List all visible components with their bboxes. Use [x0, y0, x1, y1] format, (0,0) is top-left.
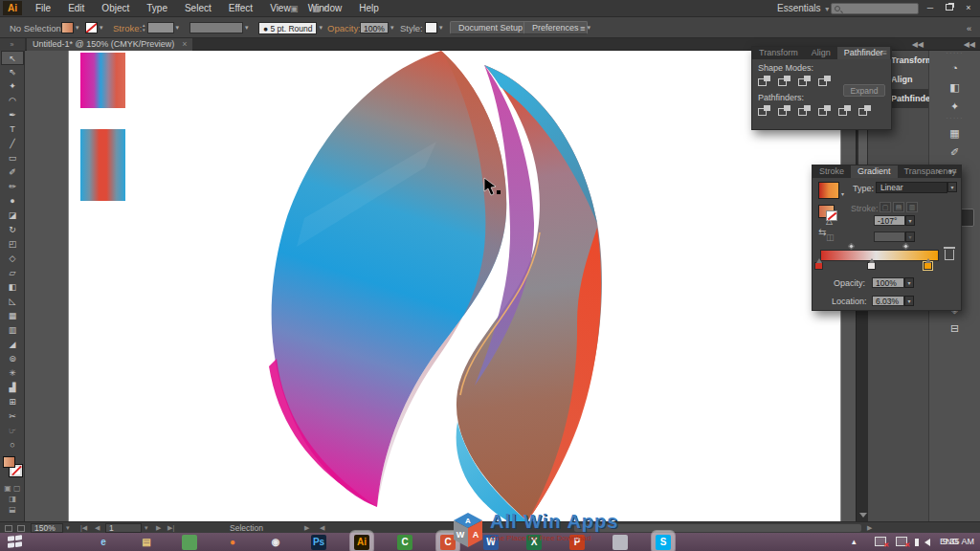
opacity-label[interactable]: Opacity:: [327, 23, 361, 33]
tool-symbol-sprayer[interactable]: ✳: [1, 366, 24, 381]
status-icon-2[interactable]: [17, 525, 25, 532]
dock-icon-color[interactable]: ◔: [936, 59, 974, 77]
fill-proxy[interactable]: [3, 456, 15, 468]
shape-mode-intersect[interactable]: [798, 76, 811, 86]
pathfinder-op-minus-back[interactable]: [858, 105, 871, 116]
volume-icon[interactable]: [924, 539, 930, 546]
menu-type[interactable]: Type: [138, 0, 176, 17]
tool-pencil[interactable]: ✏: [1, 180, 24, 194]
gradient-midpoint-mid-2[interactable]: [902, 243, 909, 250]
chevron-down-icon[interactable]: ▾: [245, 24, 249, 32]
gradient-stop-red[interactable]: [814, 262, 823, 270]
dock-icon-brushes[interactable]: ✐: [936, 143, 974, 162]
tool-pen[interactable]: ✒: [1, 108, 24, 122]
pathfinder-op-divide[interactable]: [758, 105, 770, 116]
bridge-icon[interactable]: ▣: [290, 2, 299, 15]
chevron-down-icon[interactable]: ▾: [319, 24, 323, 32]
collapse-control-icon[interactable]: «: [967, 23, 971, 33]
chevron-down-icon[interactable]: ▾: [904, 296, 914, 306]
taskbar-app-photoshop[interactable]: Ps: [311, 535, 326, 550]
tool-eraser[interactable]: ◪: [1, 209, 24, 223]
document-setup-button[interactable]: Document Setup: [450, 21, 531, 34]
tool-magic-wand[interactable]: ✦: [1, 79, 24, 94]
document-tab[interactable]: Untitled-1* @ 150% (CMYK/Preview) ×: [27, 38, 192, 51]
tool-artboard[interactable]: ⊞: [1, 395, 24, 409]
close-button[interactable]: ×: [959, 1, 978, 14]
taskbar-app-skype[interactable]: S: [656, 535, 671, 550]
dock-icon-color-guide[interactable]: ◧: [936, 78, 974, 97]
gradient-midpoint-mid-1[interactable]: [848, 243, 855, 250]
stroke-weight-label[interactable]: Stroke:: [113, 23, 142, 33]
panel-menu-icon[interactable]: ▾≡: [945, 165, 961, 178]
style-swatch[interactable]: [425, 22, 437, 33]
angle-field[interactable]: -107°: [874, 215, 905, 226]
stroke-gradient-within[interactable]: ▢: [880, 202, 891, 212]
panel-menu-icon[interactable]: ▾≡: [875, 47, 891, 59]
tool-eyedropper[interactable]: ◢: [1, 338, 24, 352]
taskbar-app-chrome[interactable]: ◉: [268, 535, 283, 550]
menu-file[interactable]: File: [27, 0, 59, 17]
tool-slice[interactable]: ✂: [1, 409, 24, 424]
panel-tab-stroke[interactable]: Stroke: [813, 165, 851, 178]
tool-lasso[interactable]: ◠: [1, 94, 24, 108]
tool-line-segment[interactable]: ╱: [1, 137, 24, 151]
gradient-slider[interactable]: [820, 250, 939, 261]
panel-collapse-icon[interactable]: »: [933, 165, 945, 178]
tool-type[interactable]: T: [1, 122, 24, 137]
tool-shape-builder[interactable]: ◧: [1, 280, 24, 295]
pathfinder-op-merge[interactable]: [798, 105, 811, 116]
align-options-icon[interactable]: ≡: [580, 23, 586, 33]
tool-zoom[interactable]: ○: [1, 438, 24, 452]
stroke-gradient-across[interactable]: ▥: [906, 202, 918, 212]
gradient-stop-orange[interactable]: [924, 262, 932, 270]
chevron-down-icon[interactable]: ▾: [588, 24, 591, 32]
chevron-down-icon[interactable]: ▾: [905, 215, 915, 226]
variable-width-field[interactable]: [189, 22, 243, 33]
clock[interactable]: 9:35 AM: [943, 533, 974, 551]
shape-mode-exclude[interactable]: [818, 76, 831, 86]
tool-direct-selection[interactable]: ⇖: [1, 65, 24, 79]
dock-icon[interactable]: ·····: [936, 117, 974, 123]
shape-mode-unite[interactable]: [758, 76, 770, 86]
draw-mode-buttons[interactable]: ▣ ▢◨⬓: [2, 483, 23, 516]
workspace-selector[interactable]: Essentials ▾: [777, 0, 829, 18]
tool-gradient[interactable]: ▥: [1, 323, 24, 338]
menu-effect[interactable]: Effect: [220, 0, 261, 17]
tool-paintbrush[interactable]: ✐: [1, 165, 24, 180]
expand-button[interactable]: Expand: [843, 84, 885, 97]
chevron-down-icon[interactable]: ▾: [390, 24, 394, 32]
start-button[interactable]: [8, 535, 23, 549]
panel-tab-transform[interactable]: Transform: [752, 47, 805, 59]
taskbar-app-firefox[interactable]: ●: [225, 535, 240, 550]
pathfinder-op-crop[interactable]: [818, 105, 831, 116]
pathfinder-op-trim[interactable]: [778, 105, 791, 116]
taskbar-app-camtasia[interactable]: C: [397, 535, 412, 550]
network-icon[interactable]: [896, 537, 907, 546]
tool-hand[interactable]: ☞: [1, 424, 24, 438]
gradient-thumbnail[interactable]: [818, 182, 839, 199]
menu-select[interactable]: Select: [176, 0, 220, 17]
tool-mesh[interactable]: ▦: [1, 309, 24, 323]
gradient-type-dropdown[interactable]: Linear: [876, 182, 947, 193]
action-center-icon[interactable]: [875, 537, 886, 546]
chevron-down-icon[interactable]: ▾: [176, 24, 180, 32]
tab-close-icon[interactable]: ×: [182, 38, 187, 51]
tool-width[interactable]: ◇: [1, 252, 24, 266]
dock-icon-artboards[interactable]: ⊟: [936, 320, 974, 338]
status-icon-1[interactable]: [5, 525, 12, 532]
search-input[interactable]: [831, 3, 919, 14]
toolbar-collapse[interactable]: »: [0, 38, 25, 51]
panel-collapse-icon[interactable]: »: [863, 47, 875, 59]
fill-stroke-swatches[interactable]: [3, 456, 22, 479]
tray-expand-icon[interactable]: ▴: [852, 533, 857, 551]
fill-swatch[interactable]: [61, 22, 74, 33]
menu-edit[interactable]: Edit: [59, 0, 93, 17]
taskbar-app-file-explorer[interactable]: ▤: [139, 535, 154, 550]
chevron-down-icon[interactable]: ▾: [947, 182, 957, 192]
taskbar-app-green-app[interactable]: [182, 535, 197, 550]
scroll-down-icon[interactable]: [859, 513, 867, 518]
tool-rotate[interactable]: ↻: [1, 223, 24, 237]
tool-blend[interactable]: ⊚: [1, 352, 24, 366]
brush-definition-dropdown[interactable]: ● 5 pt. Round: [258, 22, 317, 34]
chevron-down-icon[interactable]: ▾: [841, 190, 844, 197]
